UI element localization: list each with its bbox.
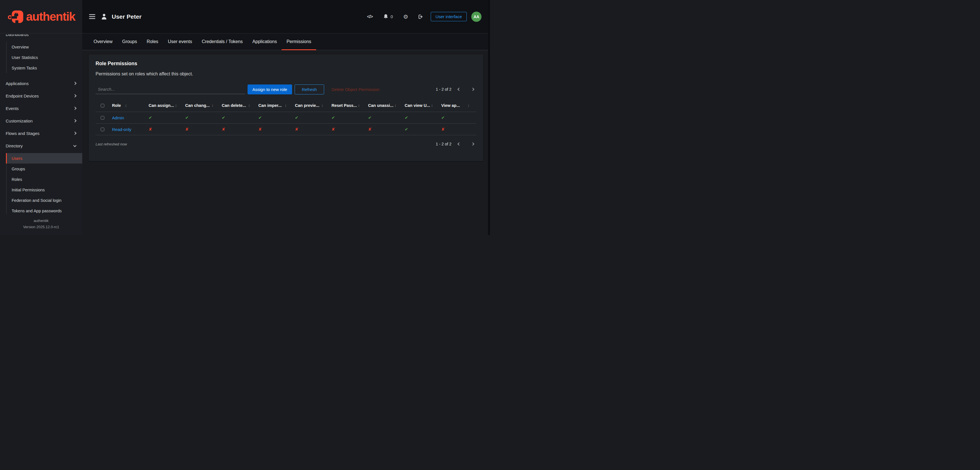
chevron-right-icon (471, 142, 474, 145)
chevron-left-icon (457, 87, 460, 91)
sidebar-item-user-statistics[interactable]: User Statistics (6, 52, 82, 63)
role-link-read-only[interactable]: Read-only (109, 127, 144, 132)
pagination-prev-button[interactable] (455, 140, 463, 148)
api-browser-icon[interactable]: </> (367, 14, 372, 19)
sidebar-item-label: User Statistics (12, 55, 38, 60)
role-permissions-table: Role↕Can assign...↕Can chang...↕Can dele… (95, 99, 476, 135)
page-title: User Peter (112, 13, 142, 20)
role-link-admin[interactable]: Admin (109, 115, 144, 120)
user-interface-button[interactable]: User interface (431, 12, 467, 21)
tab-permissions[interactable]: Permissions (282, 33, 316, 50)
footer-product-name: authentik (3, 218, 80, 224)
permission-cell: ✘ (290, 127, 327, 132)
pagination-next-button[interactable] (469, 140, 476, 148)
settings-gear-icon[interactable]: ⚙ (403, 14, 408, 19)
bell-icon (383, 14, 388, 19)
column-header-can-previe: Can previe...↕ (290, 103, 327, 108)
sort-icon[interactable]: ↕ (248, 103, 250, 108)
check-icon: ✔ (331, 115, 335, 120)
sort-icon[interactable]: ↕ (431, 103, 433, 108)
permission-cell: ✘ (180, 127, 217, 132)
pagination-label: 1 - 2 of 2 (436, 87, 452, 92)
cross-icon: ✘ (331, 127, 335, 132)
sort-icon[interactable]: ↕ (395, 103, 396, 108)
column-header-can-delete: Can delete...↕ (217, 103, 253, 108)
sidebar-item-system-tasks[interactable]: System Tasks (6, 63, 82, 73)
sidebar-item-users[interactable]: Users (6, 153, 82, 164)
refresh-button[interactable]: Refresh (294, 84, 325, 94)
sidebar-item-label: Customization (6, 119, 33, 123)
dashboards-sublist: OverviewUser StatisticsSystem Tasks (6, 42, 82, 73)
sort-icon[interactable]: ↕ (212, 103, 213, 108)
chevron-right-icon (73, 132, 76, 135)
row-select-cell (95, 116, 109, 120)
permission-cell: ✔ (400, 115, 436, 120)
tab-overview[interactable]: Overview (89, 33, 118, 50)
sort-icon[interactable]: ↕ (321, 103, 323, 108)
brand-area[interactable]: authentik (0, 0, 82, 33)
sidebar-item-label: Federation and Social login (12, 198, 62, 203)
pagination-prev-button[interactable] (455, 86, 463, 93)
sidebar-item-label: Directory (6, 143, 23, 148)
delete-object-permission-button[interactable]: Delete Object Permission (331, 87, 379, 92)
sidebar-item-events[interactable]: Events (0, 102, 82, 114)
permission-cell: ✔ (180, 115, 217, 120)
permission-cell: ✔ (253, 115, 290, 120)
chevron-right-icon (471, 87, 474, 91)
column-label: Can unassi... (368, 103, 393, 108)
sort-icon[interactable]: ↕ (468, 103, 469, 108)
check-icon: ✔ (222, 115, 226, 120)
select-all-checkbox[interactable] (101, 104, 104, 108)
sort-icon[interactable]: ↕ (125, 103, 127, 108)
avatar[interactable]: AA (471, 12, 482, 22)
sidebar-item-roles[interactable]: Roles (6, 174, 82, 184)
assign-to-new-role-button[interactable]: Assign to new role (248, 84, 292, 94)
column-header-can-assign: Can assign...↕ (144, 103, 180, 108)
notifications-group[interactable]: 0 (383, 14, 393, 19)
sidebar-item-tokens-and-app-passwords[interactable]: Tokens and App passwords (6, 205, 82, 214)
sidebar-item-initial-permissions[interactable]: Initial Permissions (6, 184, 82, 195)
tab-groups[interactable]: Groups (118, 33, 142, 50)
sort-icon[interactable]: ↕ (175, 103, 177, 108)
permission-cell: ✘ (327, 127, 363, 132)
row-checkbox[interactable] (101, 127, 104, 131)
sidebar-item-label: Tokens and App passwords (12, 209, 62, 213)
sidebar-sections: ApplicationsEndpoint DevicesEventsCustom… (0, 77, 82, 152)
sidebar: Dashboards OverviewUser StatisticsSystem… (0, 33, 82, 235)
tab-list: OverviewGroupsRolesUser eventsCredential… (82, 33, 490, 50)
check-icon: ✔ (149, 115, 152, 120)
sidebar-item-groups[interactable]: Groups (6, 164, 82, 174)
sidebar-item-endpoint-devices[interactable]: Endpoint Devices (0, 90, 82, 102)
sidebar-item-label: Users (12, 156, 22, 161)
permission-cell: ✘ (253, 127, 290, 132)
sidebar-item-dashboards-clipped[interactable]: Dashboards (0, 34, 82, 38)
sidebar-item-flows-and-stages[interactable]: Flows and Stages (0, 127, 82, 140)
sign-out-icon[interactable] (417, 14, 423, 19)
table-body: Admin✔✔✔✔✔✔✔✔✔Read-only✘✘✘✘✘✘✘✔✘ (95, 112, 476, 135)
sort-icon[interactable]: ↕ (358, 103, 360, 108)
row-checkbox[interactable] (101, 116, 104, 120)
tab-credentials-tokens[interactable]: Credentials / Tokens (197, 33, 248, 50)
column-header-can-view-u: Can view U...↕ (400, 103, 436, 108)
tab-applications[interactable]: Applications (248, 33, 282, 50)
sidebar-item-applications[interactable]: Applications (0, 77, 82, 90)
search-input[interactable] (95, 84, 245, 94)
tab-user-events[interactable]: User events (163, 33, 197, 50)
sidebar-item-overview[interactable]: Overview (6, 42, 82, 52)
sidebar-item-label: Events (6, 106, 19, 111)
authentik-logo-icon (8, 10, 24, 24)
permission-cell: ✘ (144, 127, 180, 132)
check-icon: ✔ (258, 115, 262, 120)
sidebar-item-customization[interactable]: Customization (0, 114, 82, 127)
column-label: View ap... (441, 103, 460, 108)
table-footer: Last refreshed now 1 - 2 of 2 (95, 139, 476, 149)
sidebar-toggle-icon[interactable] (89, 14, 95, 19)
page-scrollbar[interactable] (488, 0, 490, 235)
sort-icon[interactable]: ↕ (285, 103, 287, 108)
row-select-cell (95, 127, 109, 131)
tab-roles[interactable]: Roles (142, 33, 163, 50)
chevron-left-icon (457, 142, 460, 145)
sidebar-item-federation-and-social-login[interactable]: Federation and Social login (6, 195, 82, 205)
pagination-next-button[interactable] (469, 86, 476, 93)
sidebar-item-directory[interactable]: Directory (0, 140, 82, 152)
